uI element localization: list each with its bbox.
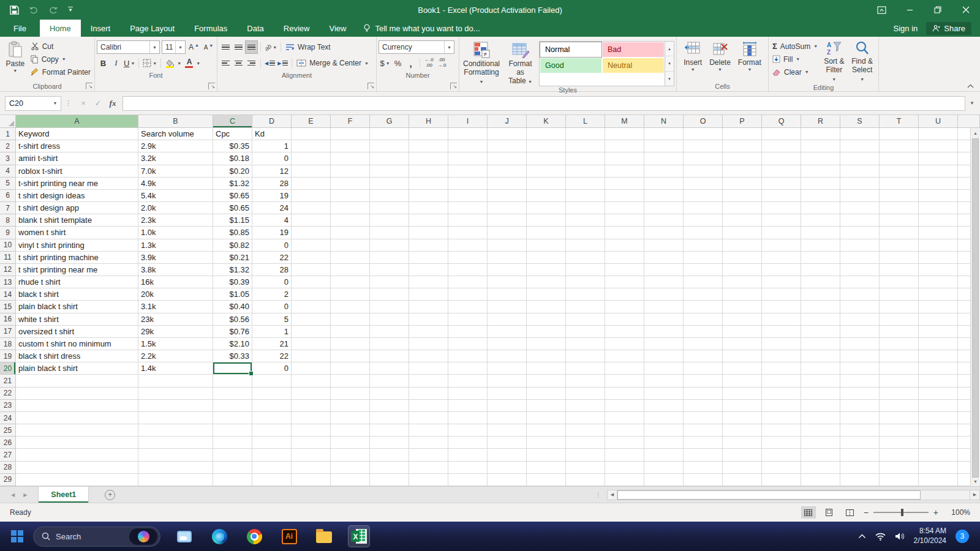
orientation-button[interactable]: ab▼ [263,40,278,54]
cell-K21[interactable] [527,375,566,387]
cell-U8[interactable] [919,214,958,227]
cell-A6[interactable]: t shirt design ideas [16,190,138,202]
cell-F10[interactable] [331,239,370,252]
cell-Q2[interactable] [762,140,801,152]
cell-S16[interactable] [840,313,880,326]
number-dialog-launcher[interactable]: ↘ [450,83,457,89]
cell-H1[interactable] [409,128,448,140]
cell-C14[interactable]: $1.05 [213,288,252,301]
merge-center-button[interactable]: Merge & Center▼ [295,57,371,70]
cell-R2[interactable] [801,140,840,152]
cell-L1[interactable] [566,128,605,140]
align-right-button[interactable] [245,56,258,70]
cell-B17[interactable]: 29k [138,326,213,338]
cell-O17[interactable] [684,326,723,338]
delete-cells-button[interactable]: Delete▼ [707,39,733,81]
cell-J16[interactable] [488,313,527,326]
cell-B10[interactable]: 1.3k [138,239,213,252]
cell-L19[interactable] [566,350,605,362]
cell-M10[interactable] [605,239,644,252]
cell-Q25[interactable] [762,424,801,437]
scroll-left-icon[interactable]: ◀ [607,490,617,500]
cell-Q15[interactable] [762,301,801,313]
cell-I28[interactable] [448,462,488,474]
cell-P3[interactable] [723,152,762,165]
cell-F12[interactable] [331,264,370,276]
cell-E9[interactable] [292,227,331,239]
cell-G6[interactable] [370,190,409,202]
cell-J10[interactable] [488,239,527,252]
cell-K17[interactable] [527,326,566,338]
cell-N21[interactable] [644,375,684,387]
cell-N4[interactable] [644,165,684,178]
top-align-button[interactable] [219,40,232,54]
column-header-C[interactable]: C [213,115,252,128]
cell-M24[interactable] [605,412,644,424]
cell-B1[interactable]: Search volume [138,128,213,140]
cell-T3[interactable] [880,152,919,165]
find-select-button[interactable]: Find &Select ▼ [848,39,876,84]
cell-S28[interactable] [840,462,880,474]
column-header-D[interactable]: D [252,115,292,128]
cell-L13[interactable] [566,276,605,288]
cell-F22[interactable] [331,388,370,400]
cell-G5[interactable] [370,178,409,190]
cell-I6[interactable] [448,190,488,202]
clear-button[interactable]: Clear▼ [771,66,820,78]
cell-E27[interactable] [292,449,331,461]
cell-R4[interactable] [801,165,840,178]
cell-S19[interactable] [840,350,880,362]
cell-I21[interactable] [448,375,488,387]
cell-H20[interactable] [409,362,448,375]
cell-B16[interactable]: 23k [138,313,213,326]
cell-N19[interactable] [644,350,684,362]
cell-M8[interactable] [605,214,644,227]
cell-P27[interactable] [723,449,762,461]
cell-S29[interactable] [840,474,880,486]
cell-B21[interactable] [138,375,213,387]
cell-B27[interactable] [138,449,213,461]
cell-P8[interactable] [723,214,762,227]
zoom-in-button[interactable]: + [933,508,938,517]
customize-qat-icon[interactable]: ▼ [68,7,73,13]
cell-O10[interactable] [684,239,723,252]
cell-A2[interactable]: t-shirt dress [16,140,138,152]
cell-D9[interactable]: 19 [252,227,292,239]
cell-K5[interactable] [527,178,566,190]
cell-H4[interactable] [409,165,448,178]
scroll-up-icon[interactable]: ▲ [971,128,980,138]
cell-G10[interactable] [370,239,409,252]
cell-K23[interactable] [527,400,566,412]
cell-P12[interactable] [723,264,762,276]
copy-button[interactable]: Copy▼ [29,53,92,66]
cell-N25[interactable] [644,424,684,437]
cell-N22[interactable] [644,388,684,400]
cell-Q18[interactable] [762,338,801,350]
align-left-button[interactable] [219,56,232,70]
row-header-9[interactable]: 9 [0,227,16,239]
cell-T23[interactable] [880,400,919,412]
column-header-Q[interactable]: Q [762,115,801,128]
cell-L8[interactable] [566,214,605,227]
row-header-24[interactable]: 24 [0,412,16,424]
cell-C10[interactable]: $0.82 [213,239,252,252]
row-header-12[interactable]: 12 [0,264,16,276]
cell-P17[interactable] [723,326,762,338]
cell-T2[interactable] [880,140,919,152]
cell-S10[interactable] [840,239,880,252]
taskbar-illustrator-icon[interactable]: Ai [278,525,300,547]
cell-N14[interactable] [644,288,684,301]
cell-T22[interactable] [880,388,919,400]
cell-M15[interactable] [605,301,644,313]
cell-G3[interactable] [370,152,409,165]
cell-U23[interactable] [919,400,958,412]
cell-R8[interactable] [801,214,840,227]
cell-K27[interactable] [527,449,566,461]
cell-M25[interactable] [605,424,644,437]
cell-L14[interactable] [566,288,605,301]
cell-A12[interactable]: t shirt printing near me [16,264,138,276]
cell-L10[interactable] [566,239,605,252]
enter-formula-icon[interactable]: ✓ [91,96,105,111]
cell-B26[interactable] [138,437,213,449]
cell-F1[interactable] [331,128,370,140]
